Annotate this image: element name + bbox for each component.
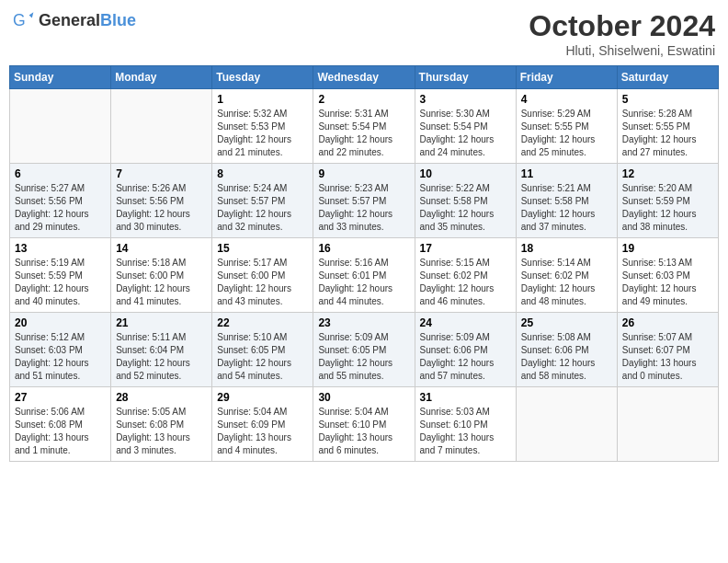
day-sunset: Sunset: 6:05 PM — [217, 345, 285, 355]
day-daylight: Daylight: 12 hours and 44 minutes. — [318, 283, 392, 306]
day-sunset: Sunset: 6:01 PM — [318, 270, 386, 281]
day-sunrise: Sunrise: 5:11 AM — [116, 332, 186, 342]
day-daylight: Daylight: 12 hours and 22 minutes. — [318, 134, 392, 157]
col-thursday: Thursday — [415, 66, 516, 89]
table-row: 25 Sunrise: 5:08 AM Sunset: 6:06 PM Dayl… — [516, 313, 617, 387]
day-sunset: Sunset: 6:07 PM — [622, 345, 690, 355]
day-daylight: Daylight: 12 hours and 48 minutes. — [521, 283, 596, 306]
table-row: 3 Sunrise: 5:30 AM Sunset: 5:54 PM Dayli… — [415, 89, 516, 164]
day-number: 19 — [622, 242, 713, 255]
day-daylight: Daylight: 13 hours and 1 minute. — [15, 432, 89, 455]
table-row: 27 Sunrise: 5:06 AM Sunset: 6:08 PM Dayl… — [10, 387, 111, 462]
table-row: 7 Sunrise: 5:26 AM Sunset: 5:56 PM Dayli… — [111, 164, 212, 238]
table-row: 23 Sunrise: 5:09 AM Sunset: 6:05 PM Dayl… — [313, 313, 415, 387]
logo-icon: G — [13, 9, 35, 31]
day-number: 1 — [217, 93, 308, 106]
table-row: 28 Sunrise: 5:05 AM Sunset: 6:08 PM Dayl… — [111, 387, 212, 462]
day-sunset: Sunset: 6:06 PM — [521, 345, 589, 355]
day-sunrise: Sunrise: 5:10 AM — [217, 332, 287, 342]
day-daylight: Daylight: 12 hours and 51 minutes. — [15, 358, 89, 381]
day-sunset: Sunset: 5:55 PM — [521, 121, 589, 132]
day-sunrise: Sunrise: 5:04 AM — [217, 407, 287, 417]
day-number: 6 — [15, 167, 106, 180]
day-sunset: Sunset: 5:53 PM — [217, 121, 285, 132]
day-number: 30 — [318, 391, 409, 404]
table-row: 9 Sunrise: 5:23 AM Sunset: 5:57 PM Dayli… — [313, 164, 415, 238]
table-row — [617, 387, 718, 462]
day-number: 17 — [420, 242, 511, 255]
day-sunset: Sunset: 6:02 PM — [420, 270, 488, 281]
day-sunset: Sunset: 5:58 PM — [420, 196, 488, 206]
day-daylight: Daylight: 12 hours and 21 minutes. — [217, 134, 291, 157]
col-saturday: Saturday — [617, 66, 718, 89]
day-sunset: Sunset: 6:10 PM — [318, 419, 386, 430]
day-daylight: Daylight: 12 hours and 35 minutes. — [420, 209, 495, 232]
day-number: 20 — [15, 316, 106, 329]
col-friday: Friday — [516, 66, 617, 89]
day-daylight: Daylight: 12 hours and 30 minutes. — [116, 209, 190, 232]
table-row: 29 Sunrise: 5:04 AM Sunset: 6:09 PM Dayl… — [212, 387, 313, 462]
day-number: 15 — [217, 242, 308, 255]
day-number: 21 — [116, 316, 207, 329]
day-daylight: Daylight: 12 hours and 55 minutes. — [318, 358, 392, 381]
day-number: 25 — [521, 316, 612, 329]
week-row-5: 27 Sunrise: 5:06 AM Sunset: 6:08 PM Dayl… — [10, 387, 719, 462]
day-sunset: Sunset: 5:58 PM — [521, 196, 589, 206]
day-sunrise: Sunrise: 5:14 AM — [521, 258, 591, 268]
day-number: 28 — [116, 391, 207, 404]
day-number: 24 — [420, 316, 511, 329]
day-sunrise: Sunrise: 5:27 AM — [15, 183, 85, 193]
table-row: 13 Sunrise: 5:19 AM Sunset: 5:59 PM Dayl… — [10, 238, 111, 313]
day-number: 23 — [318, 316, 409, 329]
day-sunrise: Sunrise: 5:09 AM — [420, 332, 490, 342]
day-sunrise: Sunrise: 5:28 AM — [622, 109, 692, 119]
day-sunrise: Sunrise: 5:08 AM — [521, 332, 591, 342]
day-number: 9 — [318, 167, 409, 180]
day-sunrise: Sunrise: 5:16 AM — [318, 258, 388, 268]
day-sunset: Sunset: 6:08 PM — [116, 419, 184, 430]
day-daylight: Daylight: 13 hours and 6 minutes. — [318, 432, 392, 455]
day-number: 2 — [318, 93, 409, 106]
day-daylight: Daylight: 12 hours and 38 minutes. — [622, 209, 697, 232]
day-sunrise: Sunrise: 5:12 AM — [15, 332, 85, 342]
day-sunrise: Sunrise: 5:21 AM — [521, 183, 591, 193]
day-sunset: Sunset: 5:54 PM — [318, 121, 386, 132]
table-row: 22 Sunrise: 5:10 AM Sunset: 6:05 PM Dayl… — [212, 313, 313, 387]
day-sunrise: Sunrise: 5:30 AM — [420, 109, 490, 119]
table-row: 10 Sunrise: 5:22 AM Sunset: 5:58 PM Dayl… — [415, 164, 516, 238]
day-sunrise: Sunrise: 5:18 AM — [116, 258, 186, 268]
table-row: 11 Sunrise: 5:21 AM Sunset: 5:58 PM Dayl… — [516, 164, 617, 238]
table-row: 20 Sunrise: 5:12 AM Sunset: 6:03 PM Dayl… — [10, 313, 111, 387]
week-row-3: 13 Sunrise: 5:19 AM Sunset: 5:59 PM Dayl… — [10, 238, 719, 313]
day-number: 31 — [420, 391, 511, 404]
day-sunset: Sunset: 6:03 PM — [15, 345, 83, 355]
day-daylight: Daylight: 12 hours and 25 minutes. — [521, 134, 596, 157]
day-number: 10 — [420, 167, 511, 180]
table-row: 2 Sunrise: 5:31 AM Sunset: 5:54 PM Dayli… — [313, 89, 415, 164]
day-daylight: Daylight: 12 hours and 58 minutes. — [521, 358, 596, 381]
table-row — [111, 89, 212, 164]
day-number: 3 — [420, 93, 511, 106]
table-row: 6 Sunrise: 5:27 AM Sunset: 5:56 PM Dayli… — [10, 164, 111, 238]
logo: G GeneralBlue — [13, 9, 136, 31]
logo-blue: Blue — [100, 11, 136, 29]
day-daylight: Daylight: 12 hours and 27 minutes. — [622, 134, 697, 157]
day-daylight: Daylight: 12 hours and 52 minutes. — [116, 358, 190, 381]
day-sunset: Sunset: 5:57 PM — [217, 196, 285, 206]
day-daylight: Daylight: 12 hours and 33 minutes. — [318, 209, 392, 232]
month-year-title: October 2024 — [529, 9, 715, 43]
day-sunrise: Sunrise: 5:19 AM — [15, 258, 85, 268]
svg-text:G: G — [13, 11, 26, 29]
week-row-4: 20 Sunrise: 5:12 AM Sunset: 6:03 PM Dayl… — [10, 313, 719, 387]
day-number: 27 — [15, 391, 106, 404]
day-sunset: Sunset: 6:02 PM — [521, 270, 589, 281]
day-sunrise: Sunrise: 5:24 AM — [217, 183, 287, 193]
day-sunrise: Sunrise: 5:31 AM — [318, 109, 388, 119]
day-sunset: Sunset: 5:56 PM — [116, 196, 184, 206]
day-sunrise: Sunrise: 5:06 AM — [15, 407, 85, 417]
day-number: 22 — [217, 316, 308, 329]
table-row: 24 Sunrise: 5:09 AM Sunset: 6:06 PM Dayl… — [415, 313, 516, 387]
day-number: 29 — [217, 391, 308, 404]
day-daylight: Daylight: 12 hours and 29 minutes. — [15, 209, 89, 232]
day-number: 14 — [116, 242, 207, 255]
